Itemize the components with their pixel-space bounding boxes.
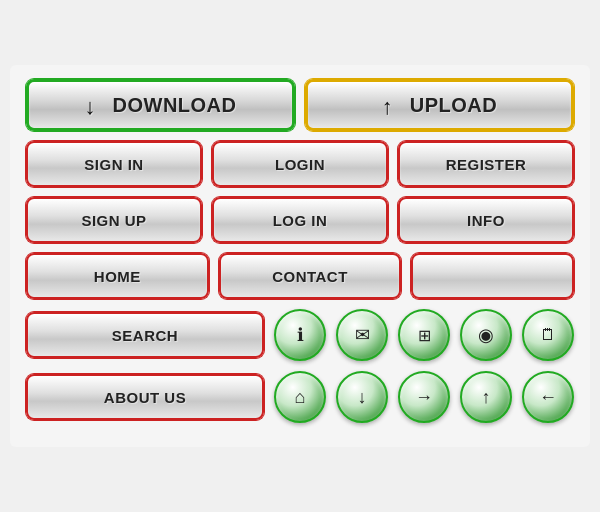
login-button[interactable]: LOGIN [212,141,388,187]
row-6: ABOUT US ⌂ ↓ → ↑ ← [26,371,574,423]
home-circle-button[interactable]: ⌂ [274,371,326,423]
login2-button[interactable]: LOG IN [212,197,388,243]
home-label: HOME [94,268,141,285]
note-circle-button[interactable]: 🗒 [522,309,574,361]
aboutus-button[interactable]: ABOUT US [26,374,264,420]
signup-label: SIGN UP [81,212,146,229]
info-label: INFO [467,212,505,229]
search-label: SEARCH [112,327,178,344]
email-icon: ✉ [355,324,370,346]
main-panel: DOWNLOAD UPLOAD SIGN IN LOGIN REGISTER S… [10,65,590,447]
upload-arrow-icon [382,94,404,116]
login-label: LOGIN [275,156,325,173]
download-label: DOWNLOAD [113,94,237,117]
upload-button[interactable]: UPLOAD [305,79,574,131]
home-circle-icon: ⌂ [295,387,306,408]
note-icon: 🗒 [540,326,556,344]
location-icon: ◉ [478,324,494,346]
row-4: HOME CONTACT [26,253,574,299]
right-arrow-icon: → [415,387,433,408]
up-circle-button[interactable]: ↑ [460,371,512,423]
location-circle-button[interactable]: ◉ [460,309,512,361]
email-circle-button[interactable]: ✉ [336,309,388,361]
aboutus-label: ABOUT US [104,389,186,406]
signup-button[interactable]: SIGN UP [26,197,202,243]
register-button[interactable]: REGISTER [398,141,574,187]
home-button[interactable]: HOME [26,253,209,299]
row-2: SIGN IN LOGIN REGISTER [26,141,574,187]
download-arrow-icon [85,94,107,116]
info-circle-icon: ℹ [297,324,304,346]
down-arrow-icon: ↓ [358,387,367,408]
left-circle-button[interactable]: ← [522,371,574,423]
register-label: REGISTER [446,156,527,173]
contact-button[interactable]: CONTACT [219,253,402,299]
contact-label: CONTACT [272,268,348,285]
row-5: SEARCH ℹ ✉ ⊞ ◉ 🗒 [26,309,574,361]
phone-icon: ⊞ [418,326,431,345]
right-circle-button[interactable]: → [398,371,450,423]
row-3: SIGN UP LOG IN INFO [26,197,574,243]
login2-label: LOG IN [273,212,328,229]
empty-button [411,253,574,299]
left-arrow-icon: ← [539,387,557,408]
info-button[interactable]: INFO [398,197,574,243]
row-1: DOWNLOAD UPLOAD [26,79,574,131]
upload-label: UPLOAD [410,94,497,117]
signin-button[interactable]: SIGN IN [26,141,202,187]
down-circle-button[interactable]: ↓ [336,371,388,423]
up-arrow-icon: ↑ [482,387,491,408]
signin-label: SIGN IN [84,156,143,173]
search-button[interactable]: SEARCH [26,312,264,358]
phone-circle-button[interactable]: ⊞ [398,309,450,361]
download-button[interactable]: DOWNLOAD [26,79,295,131]
info-circle-button[interactable]: ℹ [274,309,326,361]
